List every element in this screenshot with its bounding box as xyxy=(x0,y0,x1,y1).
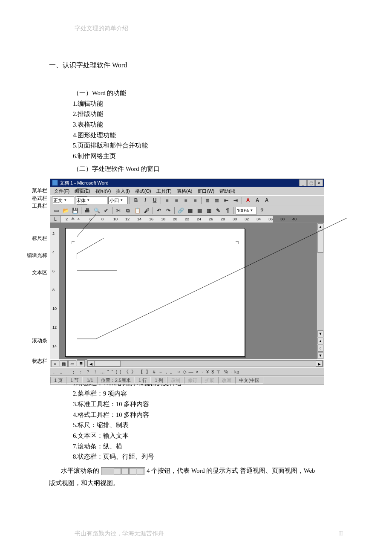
symbol-button[interactable]: 【 xyxy=(138,368,143,376)
standard-toolbar[interactable]: ▭ 📂 💾 🖶 🔍 ✔ ✂ ⧉ 📋 🖌 ↶ ↷ 🔗 xyxy=(50,205,324,216)
italic-button[interactable]: I xyxy=(141,196,150,205)
redo-button[interactable]: ↷ xyxy=(164,206,173,215)
copy-button[interactable]: ⧉ xyxy=(124,206,132,215)
char-scale-button[interactable]: A xyxy=(253,196,262,205)
underline-button[interactable]: U xyxy=(150,196,159,205)
menu-help[interactable]: 帮助(H) xyxy=(217,187,237,195)
scroll-thumb[interactable] xyxy=(94,361,121,367)
symbol-button[interactable]: $ xyxy=(211,368,214,376)
menu-format[interactable]: 格式(O) xyxy=(133,187,153,195)
web-view-button[interactable]: ▦ xyxy=(60,360,68,367)
font-combo[interactable]: 宋体▾ xyxy=(75,197,107,204)
symbol-toolbar[interactable]: 、。·；：？！…“”()《》【】#～。。○◇—×÷¥$〒%·kg xyxy=(50,367,324,376)
help-button[interactable]: ? xyxy=(258,206,266,215)
browse-object-button[interactable]: ○ xyxy=(317,345,323,352)
symbol-button[interactable]: ) xyxy=(120,368,121,376)
indent-button[interactable]: ⇥ xyxy=(231,196,240,205)
undo-button[interactable]: ↶ xyxy=(155,206,163,215)
symbol-button[interactable]: ” xyxy=(112,368,113,376)
symbol-button[interactable]: % xyxy=(224,368,228,376)
excel-button[interactable]: ▦ xyxy=(195,206,204,215)
menu-tools[interactable]: 工具(T) xyxy=(154,187,174,195)
scroll-thumb[interactable] xyxy=(317,231,323,253)
symbol-button[interactable]: 】 xyxy=(146,368,150,376)
scroll-left-button[interactable]: ◀ xyxy=(87,361,94,367)
symbol-button[interactable]: “ xyxy=(107,368,109,376)
menu-view[interactable]: 视图(V) xyxy=(93,187,113,195)
menu-insert[interactable]: 插入(I) xyxy=(114,187,132,195)
align-center-button[interactable]: ≡ xyxy=(172,196,181,205)
scroll-up-button[interactable]: ▲ xyxy=(317,223,323,230)
char-shrink-button[interactable]: A xyxy=(262,196,271,205)
symbol-button[interactable]: ○ xyxy=(177,368,180,376)
outline-view-button[interactable]: ≣ xyxy=(77,360,85,367)
symbol-button[interactable]: ¥ xyxy=(206,368,209,376)
style-combo[interactable]: 正文▾ xyxy=(52,197,74,204)
numbered-list-button[interactable]: ≣ xyxy=(203,196,212,205)
symbol-button[interactable]: # xyxy=(153,368,156,376)
symbol-button[interactable]: — xyxy=(189,368,193,376)
scroll-right-button[interactable]: ▶ xyxy=(316,361,323,367)
print-view-button[interactable]: ▭ xyxy=(68,360,76,367)
font-color-button[interactable]: A xyxy=(244,196,252,205)
justify-button[interactable]: ≡ xyxy=(191,196,199,205)
normal-view-button[interactable]: ≡ xyxy=(51,360,59,367)
menu-edit[interactable]: 编辑(E) xyxy=(72,187,92,195)
menu-bar[interactable]: 文件(F) 编辑(E) 视图(V) 插入(I) 格式(O) 工具(T) 表格(A… xyxy=(50,187,324,195)
symbol-button[interactable]: · xyxy=(231,368,232,376)
symbol-button[interactable]: · xyxy=(67,368,69,376)
symbol-button[interactable]: ？ xyxy=(86,368,90,376)
ruler-corner[interactable]: L xyxy=(50,216,61,223)
close-button[interactable]: × xyxy=(315,179,323,186)
save-button[interactable]: 💾 xyxy=(71,206,79,215)
symbol-button[interactable]: × xyxy=(196,368,199,376)
cut-button[interactable]: ✂ xyxy=(114,206,123,215)
prev-page-button[interactable]: ▲ xyxy=(317,338,323,344)
symbol-button[interactable]: ； xyxy=(71,368,76,376)
align-right-button[interactable]: ≡ xyxy=(182,196,190,205)
symbol-button[interactable]: 《 xyxy=(124,368,129,376)
symbol-button[interactable]: ◇ xyxy=(183,368,186,376)
title-bar[interactable]: 文档 1 - Microsoft Word _ ▢ × xyxy=(50,179,324,187)
symbol-button[interactable]: … xyxy=(100,368,105,376)
map-button[interactable]: ¶ xyxy=(223,206,232,215)
table-button[interactable]: ▦ xyxy=(186,206,194,215)
zoom-combo[interactable]: 100%▾ xyxy=(236,207,257,214)
menu-window[interactable]: 窗口(W) xyxy=(195,187,216,195)
menu-file[interactable]: 文件(F) xyxy=(52,187,72,195)
columns-button[interactable]: ▥ xyxy=(205,206,213,215)
drawing-button[interactable]: ✎ xyxy=(214,206,222,215)
paste-button[interactable]: 📋 xyxy=(133,206,141,215)
symbol-button[interactable]: 。。 xyxy=(165,368,175,376)
symbol-button[interactable]: ！ xyxy=(93,368,98,376)
maximize-button[interactable]: ▢ xyxy=(307,179,315,186)
spell-button[interactable]: ✔ xyxy=(102,206,110,215)
outdent-button[interactable]: ⇤ xyxy=(222,196,231,205)
symbol-button[interactable]: 〒 xyxy=(216,368,221,376)
symbol-button[interactable]: kg xyxy=(234,368,239,376)
next-page-button[interactable]: ▼ xyxy=(317,352,323,359)
open-button[interactable]: 📂 xyxy=(61,206,70,215)
new-button[interactable]: ▭ xyxy=(52,206,61,215)
symbol-button[interactable]: 、 xyxy=(53,368,58,376)
bold-button[interactable]: B xyxy=(132,196,140,205)
print-button[interactable]: 🖶 xyxy=(83,206,92,215)
symbol-button[interactable]: ： xyxy=(78,368,83,376)
symbol-button[interactable]: 。 xyxy=(60,368,65,376)
menu-table[interactable]: 表格(A) xyxy=(175,187,195,195)
vertical-scrollbar[interactable]: ▲ ▼ ▲ ○ ▼ xyxy=(317,223,324,359)
format-painter-button[interactable]: 🖌 xyxy=(142,206,151,215)
vertical-ruler[interactable]: 2468101214 xyxy=(50,223,59,359)
symbol-button[interactable]: ( xyxy=(115,368,117,376)
horizontal-scrollbar[interactable]: ◀ ▶ xyxy=(87,360,323,367)
page-paper[interactable] xyxy=(65,228,245,357)
bullet-list-button[interactable]: ≣ xyxy=(213,196,221,205)
size-combo[interactable]: 小四▾ xyxy=(108,197,128,204)
symbol-button[interactable]: 》 xyxy=(131,368,136,376)
scroll-down-button[interactable]: ▼ xyxy=(317,330,323,337)
symbol-button[interactable]: ÷ xyxy=(201,368,204,376)
formatting-toolbar[interactable]: 正文▾ 宋体▾ 小四▾ B I U ≡ ≡ ≡ ≡ ≣ ≣ ⇤ ⇥ xyxy=(50,195,324,205)
minimize-button[interactable]: _ xyxy=(299,179,307,186)
preview-button[interactable]: 🔍 xyxy=(92,206,101,215)
symbol-button[interactable]: ～ xyxy=(158,368,163,376)
